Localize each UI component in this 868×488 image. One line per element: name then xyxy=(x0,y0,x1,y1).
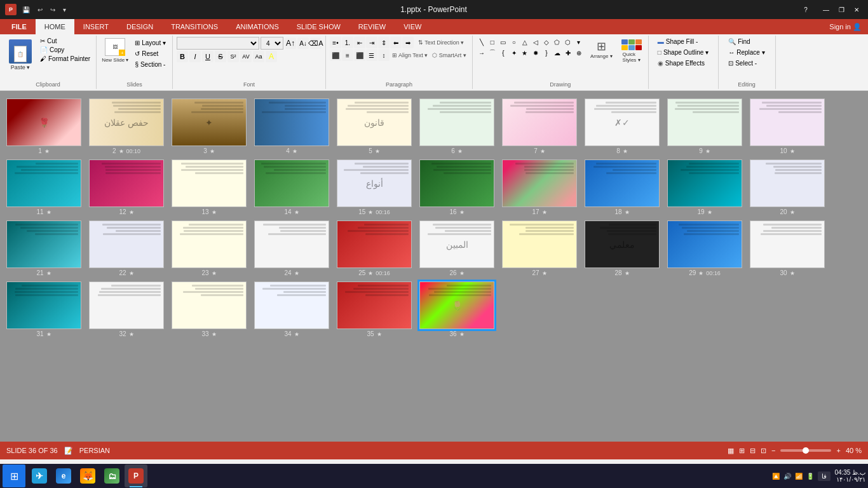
taskbar-ie[interactable]: e xyxy=(52,464,75,487)
reset-button[interactable]: ↺ Reset xyxy=(132,49,168,58)
slide-item-16[interactable]: 16★ xyxy=(416,157,498,218)
slide-item-29[interactable]: 29★00:16 xyxy=(663,218,746,279)
taskbar-telegram[interactable]: ✈ xyxy=(28,464,51,487)
view-normal-btn[interactable]: ▦ xyxy=(728,447,734,455)
decrease-font-btn[interactable]: A↓ xyxy=(297,37,309,49)
close-button[interactable]: ✕ xyxy=(850,3,863,16)
minimize-button[interactable]: — xyxy=(820,3,832,16)
tray-volume[interactable]: 🔊 xyxy=(783,473,791,480)
italic-button[interactable]: I xyxy=(189,51,201,62)
underline-button[interactable]: U xyxy=(202,51,214,62)
slide-item-15[interactable]: أنواع15★00:16 xyxy=(333,157,416,218)
bullets-btn[interactable]: ≡• xyxy=(330,37,341,48)
slide-item-36[interactable]: 🌷36★ xyxy=(416,279,498,340)
shape-brace[interactable]: } xyxy=(541,48,552,58)
shape-hexagon[interactable]: ⬡ xyxy=(563,37,573,47)
copy-button[interactable]: 📄 Copy xyxy=(38,46,92,54)
shape-effects-btn[interactable]: ◉ Shape Effects xyxy=(655,58,707,68)
numbering-btn[interactable]: 1. xyxy=(342,37,353,48)
language-indicator-tray[interactable]: فا xyxy=(818,471,831,481)
tab-design[interactable]: DESIGN xyxy=(118,19,162,34)
view-notes-btn[interactable]: ⊟ xyxy=(750,447,756,455)
paste-button[interactable]: 📋 Paste ▾ xyxy=(4,37,37,79)
shape-extra[interactable]: ⊕ xyxy=(574,48,584,58)
slide-item-31[interactable]: 31★ xyxy=(3,279,85,340)
notes-icon[interactable]: 📝 xyxy=(64,447,73,455)
new-slide-button[interactable]: 🖼 + New Slide ▾ xyxy=(100,37,130,64)
quick-undo-btn[interactable]: ↩ xyxy=(36,5,44,15)
view-reading-btn[interactable]: ⊡ xyxy=(761,447,766,455)
slide-item-20[interactable]: 20★ xyxy=(746,157,829,218)
slide-item-27[interactable]: 27★ xyxy=(498,218,581,279)
slide-item-13[interactable]: 13★ xyxy=(168,157,250,218)
slide-item-35[interactable]: 35★ xyxy=(333,279,416,340)
slide-item-33[interactable]: 33★ xyxy=(168,279,250,340)
bold-button[interactable]: B xyxy=(177,51,188,62)
tab-file[interactable]: FILE xyxy=(3,19,36,34)
slide-item-23[interactable]: 23★ xyxy=(168,218,250,279)
cut-button[interactable]: ✂ Cut xyxy=(38,37,92,45)
tab-animations[interactable]: ANIMATIONS xyxy=(227,19,288,34)
decrease-indent-btn[interactable]: ⇤ xyxy=(354,37,365,48)
tray-network[interactable]: 📶 xyxy=(795,473,803,480)
quick-styles-button[interactable]: QuickStyles ▾ xyxy=(619,37,644,65)
shape-bracket[interactable]: { xyxy=(498,48,508,58)
slide-item-7[interactable]: 7★ xyxy=(498,96,581,157)
section-button[interactable]: § Section - xyxy=(132,60,168,69)
find-button[interactable]: 🔍 Find xyxy=(726,37,752,46)
slide-item-19[interactable]: 19★ xyxy=(663,157,746,218)
shape-cross[interactable]: ✚ xyxy=(563,48,573,58)
slide-item-30[interactable]: 30★ xyxy=(746,218,829,279)
text-direction-btn[interactable]: ⇅ Text Direction ▾ xyxy=(414,38,468,47)
line-spacing-btn[interactable]: ↕ xyxy=(378,50,390,61)
tray-arrow[interactable]: 🔼 xyxy=(772,473,780,480)
shape-diamond[interactable]: ◇ xyxy=(541,37,552,47)
quick-redo-btn[interactable]: ↪ xyxy=(48,5,57,15)
shape-star8[interactable]: ✸ xyxy=(531,48,541,58)
tab-insert[interactable]: INSERT xyxy=(74,19,118,34)
view-slide-sorter-btn[interactable]: ⊞ xyxy=(739,447,745,455)
format-painter-button[interactable]: 🖌 Format Painter xyxy=(38,55,92,63)
slide-item-1[interactable]: 🌹1★ xyxy=(3,96,85,157)
zoom-out-btn[interactable]: − xyxy=(771,447,775,454)
shape-fill-btn[interactable]: ▬ Shape Fill - xyxy=(655,37,701,46)
slide-item-11[interactable]: 11★ xyxy=(3,157,85,218)
slide-item-2[interactable]: حفص عقلان2★00:10 xyxy=(85,96,168,157)
slide-item-21[interactable]: 21★ xyxy=(3,218,85,279)
shape-star4[interactable]: ✦ xyxy=(509,48,519,58)
tray-battery[interactable]: 🔋 xyxy=(806,473,814,480)
taskbar-firefox[interactable]: 🦊 xyxy=(76,464,99,487)
align-center-btn[interactable]: ≡ xyxy=(342,50,353,61)
tab-view[interactable]: VIEW xyxy=(395,19,430,34)
zoom-slider[interactable] xyxy=(780,449,831,452)
taskbar-powerpoint[interactable]: P xyxy=(125,464,147,487)
shape-line[interactable]: ╲ xyxy=(477,37,487,47)
shape-pentagon[interactable]: ⬠ xyxy=(552,37,562,47)
tab-slideshow[interactable]: SLIDE SHOW xyxy=(288,19,349,34)
shape-rt-triangle[interactable]: ◁ xyxy=(531,37,541,47)
slide-panel[interactable]: 🌹1★حفص عقلان2★00:10✦3★4★قانون5★6★7★✓✗8★9… xyxy=(0,91,868,442)
sign-in-button[interactable]: Sign in 👤 xyxy=(823,19,868,34)
slide-item-28[interactable]: معلمي28★ xyxy=(581,218,663,279)
strikethrough-button[interactable]: S xyxy=(215,51,226,62)
shape-curve[interactable]: ⌒ xyxy=(487,48,498,58)
qat-customize-btn[interactable]: ▾ xyxy=(61,5,68,15)
ltr-btn[interactable]: ➡ xyxy=(402,37,414,48)
char-spacing-btn[interactable]: AV xyxy=(240,51,252,62)
font-color-btn[interactable]: A xyxy=(266,51,277,62)
increase-indent-btn[interactable]: ⇥ xyxy=(366,37,377,48)
zoom-in-btn[interactable]: + xyxy=(836,447,840,454)
text-shadow-button[interactable]: S² xyxy=(227,51,239,62)
align-text-btn[interactable]: ⊞ Align Text ▾ xyxy=(390,51,430,59)
convert-smartart-btn[interactable]: ⬡ SmartArt ▾ xyxy=(430,51,468,59)
font-name-select[interactable] xyxy=(177,37,259,50)
slide-item-32[interactable]: 32★ xyxy=(85,279,168,340)
tab-review[interactable]: REVIEW xyxy=(349,19,395,34)
shape-triangle[interactable]: △ xyxy=(520,37,530,47)
slide-item-25[interactable]: 25★00:16 xyxy=(333,218,416,279)
start-button[interactable]: ⊞ xyxy=(3,464,25,487)
slide-item-34[interactable]: 34★ xyxy=(250,279,333,340)
tab-home[interactable]: HOME xyxy=(36,19,74,34)
slide-item-18[interactable]: 18★ xyxy=(581,157,663,218)
taskbar-filemanager[interactable]: 🗂 xyxy=(100,464,123,487)
